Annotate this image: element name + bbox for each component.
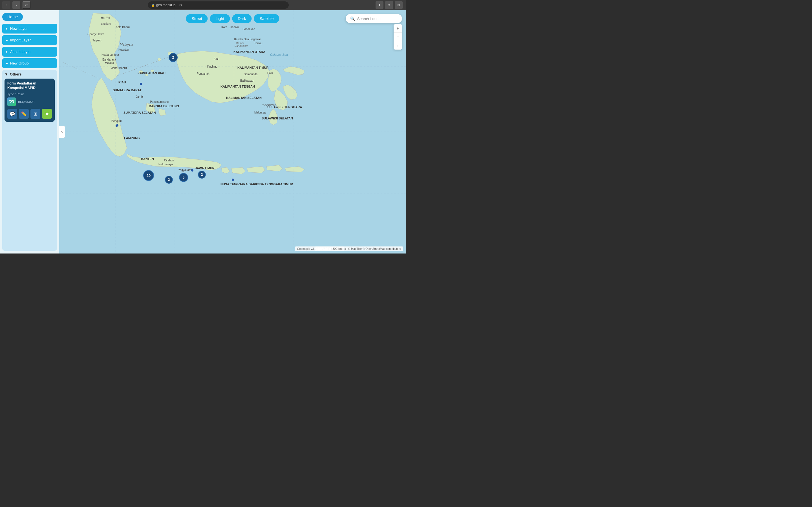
home-button[interactable]: Home [2,13,23,21]
map-area: Hat Yai หาดใหญ่ Kota Bharu Malaysia Geor… [59,10,406,253]
svg-point-15 [140,83,142,85]
sidebar: Home ▶ New Layer ▶ Import Layer ▶ Attach… [0,10,59,253]
arrow-icon: ▶ [6,50,8,53]
zoom-controls: + − ↑ [394,24,402,50]
url-text: geo.mapid.io [156,3,175,7]
svg-point-16 [116,124,118,127]
svg-point-4 [145,74,148,76]
download-button[interactable]: ⬇ [375,1,384,9]
collapse-icon: ▼ [4,72,8,76]
arrow-icon: ▶ [6,39,8,42]
layer-type: Type : Point [7,93,52,96]
main-container: Home ▶ New Layer ▶ Import Layer ▶ Attach… [0,10,406,253]
map-style-buttons: Street Light Dark Satellite [186,14,279,23]
share-button[interactable]: ⬆ [385,1,393,9]
search-input[interactable] [357,17,398,21]
sidebar-toggle-button[interactable]: ▭ [22,1,31,9]
arrow-icon: ▶ [6,27,8,30]
layer-title: Form Pendaftaran Kompetisi MAPID [7,81,52,90]
browser-actions: ⬇ ⬆ ⧉ [375,1,403,9]
layer-actions: 💬 ✏️ ⊞ 👁 [7,109,52,119]
address-bar: 🔒 geo.mapid.io ↻ [148,1,289,9]
collapse-sidebar-button[interactable]: < [59,126,65,138]
new-layer-button[interactable]: ▶ New Layer [2,24,57,34]
window-button[interactable]: ⧉ [395,1,403,9]
table-button[interactable]: ⊞ [31,109,40,119]
satellite-style-button[interactable]: Satellite [254,14,280,23]
edit-button[interactable]: ✏️ [19,109,29,119]
zoom-in-button[interactable]: + [394,24,402,33]
new-group-button[interactable]: ▶ New Group [2,58,57,68]
cluster-java2b[interactable]: 2 [198,171,206,179]
svg-point-3 [139,70,143,74]
dark-style-button[interactable]: Dark [232,14,252,23]
layer-card: Form Pendaftaran Kompetisi MAPID Type : … [4,78,55,122]
layers-header: ▼ Others [4,72,55,76]
group-name: Others [10,72,22,76]
light-style-button[interactable]: Light [210,14,230,23]
search-icon: 🔍 [350,16,355,21]
svg-point-5 [151,69,154,72]
browser-chrome: ‹ › ▭ 🔒 geo.mapid.io ↻ ⬇ ⬆ ⧉ [0,0,406,10]
view-button[interactable]: 👁 [42,109,52,119]
reload-button[interactable]: ↻ [179,3,182,7]
layer-author-row: 🗺 mapidseeit [7,98,52,106]
cluster-java5[interactable]: 5 [179,173,188,182]
chat-button[interactable]: 💬 [7,109,17,119]
layers-section: ▼ Others Form Pendaftaran Kompetisi MAPI… [2,70,57,251]
street-style-button[interactable]: Street [186,14,207,23]
import-layer-button[interactable]: ▶ Import Layer [2,35,57,45]
layer-author: mapidseeit [18,100,35,104]
cluster-johor[interactable]: 2 [168,53,177,62]
back-button[interactable]: ‹ [2,1,10,9]
zoom-out-button[interactable]: − [394,33,402,41]
attach-layer-button[interactable]: ▶ Attach Layer [2,47,57,57]
lock-icon: 🔒 [151,4,154,7]
layer-icon: 🗺 [7,98,16,106]
map-background[interactable]: Hat Yai หาดใหญ่ Kota Bharu Malaysia Geor… [59,10,406,253]
arrow-icon: ▶ [6,62,8,65]
map-svg [59,10,406,253]
zoom-reset-button[interactable]: ↑ [394,41,402,50]
cluster-java2[interactable]: 2 [165,176,173,184]
map-search: 🔍 [346,14,402,23]
forward-button[interactable]: › [12,1,20,9]
cluster-banten[interactable]: 20 [143,170,154,181]
